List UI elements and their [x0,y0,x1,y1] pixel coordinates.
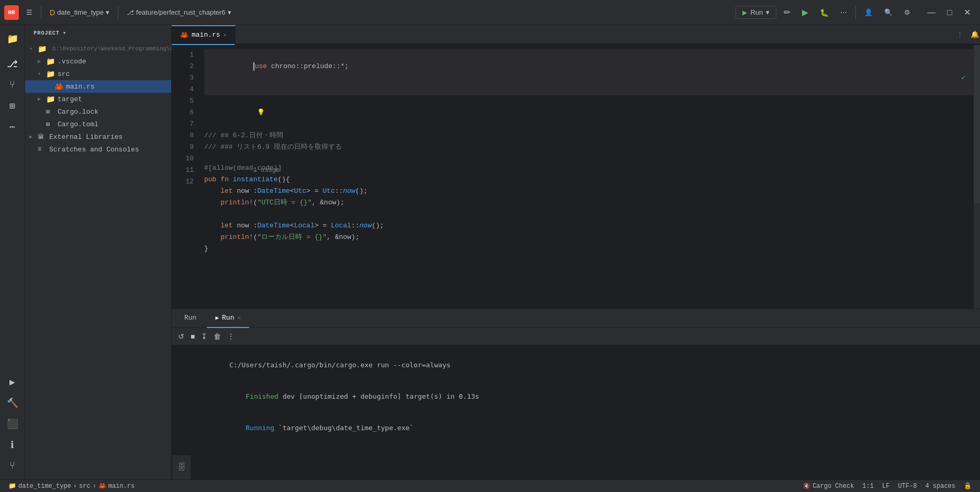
code-line-11: println!("ローカル日時 = {}", &now); [204,232,974,243]
terminal-finished: Finished dev [unoptimized + debuginfo] t… [180,381,972,412]
activity-build[interactable]: 🔨 [3,393,22,412]
separator2 [118,6,118,19]
separator3 [855,6,856,19]
activity-extensions[interactable]: ⊞ [3,96,22,115]
tab-more-btn[interactable]: ⋮ [950,30,970,39]
lightbulb-icon: 💡 [257,109,265,116]
code-line-8: println!("UTC日時 = {}", &now); [204,197,974,209]
status-line-ending[interactable]: LF [878,480,894,493]
editor-scrollbar[interactable] [974,45,980,309]
code-line-5: #[allow(dead_code)] [204,162,974,174]
code-line-7: let now :DateTime<Utc> = Utc::now(); [204,185,974,197]
tree-item-date-time-type[interactable]: ▾ 📁 date_time_type D:\Repository\Weekend… [25,42,171,55]
tab-close-btn[interactable]: ✕ [224,31,227,38]
tab-bar: 🦀 main.rs ✕ ⋮ 🔔 [172,25,980,44]
status-rust-icon: 🦀 [98,482,106,490]
settings-btn[interactable]: ⚙ [900,6,915,18]
code-line-3: /// ## 6-2.日付・時間 [204,130,974,141]
activity-more[interactable]: ⋯ [3,117,22,136]
code-line-10: let now :DateTime<Local> = Local::now(); [204,220,974,232]
tree-item-cargo-lock[interactable]: ⊞ Cargo.lock [25,105,171,118]
status-indent[interactable]: 4 spaces [921,480,960,493]
editor-area: 🦀 main.rs ✕ ⋮ 🔔 1234 5678 9101112 [172,25,980,479]
code-line-12: } [204,243,974,255]
toolbar-edit-btn[interactable]: ✏ [779,5,795,19]
sidebar-header: Project ▾ [25,25,171,40]
tree-item-ext-libs[interactable]: ▶ 🏛 External Libraries [25,130,171,143]
run-green-btn[interactable]: ▶ [798,5,812,19]
activity-git2[interactable]: ⑂ [3,456,22,475]
tree-item-src[interactable]: ▾ 📁 src [25,68,171,80]
status-cargo-check[interactable]: 🔇 Cargo Check [799,480,858,493]
activity-git[interactable]: ⎇ [3,54,22,73]
debug-btn[interactable]: 🐛 [816,6,833,19]
cargo-lock-icon: ⊞ [46,108,55,116]
code-line-1: use chrono::prelude::*; ✓ [204,49,974,95]
status-folder-icon: 📁 [8,482,16,490]
tree-item-target[interactable]: ▶ 📁 target [25,93,171,105]
sidebar: Project ▾ ▾ 📁 date_time_type D:\Reposito… [25,25,172,479]
main-area: 📁 ⎇ ⑂ ⊞ ⋯ ▶ 🔨 ⬛ ℹ ⑂ Project ▾ ▾ 📁 date_t… [0,25,980,479]
title-bar: RR ☰ D date_time_type ▾ ⎇ feature/perfec… [0,0,980,25]
status-encoding[interactable]: UTF-8 [894,480,921,493]
tree-item-scratches[interactable]: ≡ Scratches and Consoles [25,143,171,156]
code-line-4: /// ### リスト6.9 現在の日時を取得する [204,141,974,153]
run-icon: ▶ [742,9,747,16]
right-database-icon[interactable]: 🗄 [174,460,190,475]
search-btn[interactable]: 🔍 [880,6,897,18]
terminal-utc: UTC日時 = 2023-09-14 13:17:14.138804400 UT… [180,444,972,455]
run-button[interactable]: ▶ Run ▾ [736,6,776,19]
folder-icon: 📁 [38,45,47,53]
activity-run[interactable]: ▶ [3,373,22,391]
minimize-btn[interactable]: — [922,5,941,19]
more-options[interactable]: ⋯ [836,6,851,18]
window-controls: — □ ✕ [922,5,976,19]
terminal-cmd: C:/Users/taish/.cargo/bin/cargo.exe run … [180,349,972,381]
activity-folder[interactable]: 📁 [3,29,22,48]
project-selector[interactable]: D date_time_type ▾ [46,6,114,19]
run-tab-icon: ▶ [215,314,219,321]
vscode-folder-icon: 📁 [46,57,55,66]
panel-tab-run-text[interactable]: Run [176,309,205,328]
tab-rust-icon: 🦀 [180,31,188,39]
panel-scroll-btn[interactable]: ↧ [199,330,209,343]
cargo-check-icon: 🔇 [803,483,810,489]
tab-main-rs[interactable]: 🦀 main.rs ✕ [172,25,236,44]
sidebar-tree: ▾ 📁 date_time_type D:\Repository\Weekend… [25,40,171,479]
code-content[interactable]: use chrono::prelude::*; ✓ 💡 /// ## 6-2.日… [198,45,974,309]
activity-info[interactable]: ℹ [3,435,22,454]
close-btn[interactable]: ✕ [959,5,976,19]
terminal-output: C:/Users/taish/.cargo/bin/cargo.exe run … [172,345,980,455]
panel-tab-run-icon[interactable]: ▶ Run ✕ [207,309,249,328]
terminal-running: Running `target\debug\date_time_type.exe… [180,412,972,444]
check-icon: ✓ [961,72,965,84]
notifications-btn[interactable]: 🔔 [970,25,980,44]
cargo-toml-icon: ⊞ [46,121,55,128]
status-branch-item[interactable]: 📁 date_time_type › src › 🦀 main.rs [4,480,139,493]
code-editor[interactable]: 1234 5678 9101112 use chrono::prelude::*… [172,45,980,309]
code-line-6: pub fn instantiate(){ [204,174,974,185]
status-lock-icon[interactable]: 🔒 [960,480,976,493]
separator [41,6,41,19]
status-position[interactable]: 1:1 [858,480,878,493]
maximize-btn[interactable]: □ [942,5,957,19]
panel-tab-close[interactable]: ✕ [237,314,241,321]
app-logo: RR [4,5,19,20]
panel-trash-btn[interactable]: 🗑 [211,330,223,343]
target-folder-icon: 📁 [46,95,55,104]
activity-branches[interactable]: ⑂ [3,75,22,94]
panel-refresh-btn[interactable]: ↺ [176,330,186,343]
scratches-icon: ≡ [38,146,47,153]
branch-selector[interactable]: ⎇ feature/perfect_rust_chapter6 ▾ [122,6,236,18]
activity-terminal[interactable]: ⬛ [3,414,22,433]
hamburger-menu[interactable]: ☰ [22,6,37,18]
tree-item-main-rs[interactable]: 🦀 main.rs [25,80,171,93]
tree-item-cargo-toml[interactable]: ⊞ Cargo.toml [25,118,171,130]
panel-tab-bar: Run ▶ Run ✕ [172,309,980,328]
tree-item-vscode[interactable]: ▶ 📁 .vscode [25,55,171,68]
panel-more-btn[interactable]: ⋮ [225,330,237,343]
user-btn[interactable]: 👤 [860,6,877,18]
panel-toolbar: ↺ ■ ↧ 🗑 ⋮ [172,328,980,345]
usage-hint: 1 usage [204,153,974,162]
panel-stop-btn[interactable]: ■ [188,330,197,343]
